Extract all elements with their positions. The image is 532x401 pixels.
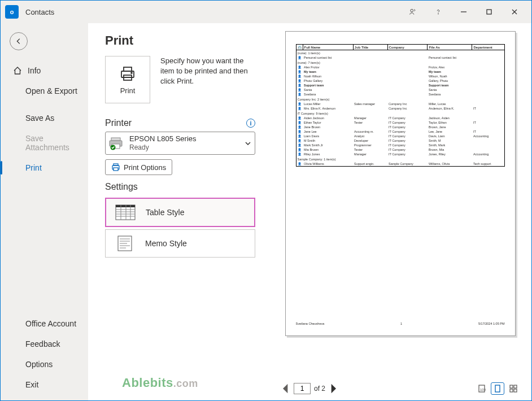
svg-rect-3 — [487, 10, 491, 14]
back-button[interactable] — [10, 32, 28, 50]
svg-rect-38 — [514, 389, 517, 392]
svg-rect-35 — [510, 385, 513, 388]
preview-body: (none): 1 item(s)👤Personal contact listP… — [296, 50, 504, 167]
settings-heading: Settings — [105, 182, 138, 192]
group-header: Sample Company: 1 item(s) — [296, 156, 504, 162]
svg-rect-34 — [495, 385, 500, 392]
memo-style-icon — [115, 236, 135, 251]
watermark-brand: Ablebits — [122, 376, 173, 390]
printer-icon — [119, 65, 137, 83]
preview-footer: Svetlana Cheusheva 1 5/17/2024 1:05 PM — [296, 320, 505, 325]
nav-save-as-label: Save As — [25, 114, 54, 123]
table-row: 👤Olivia WilliamsSupport engin.Sample Com… — [296, 162, 504, 167]
maximize-button[interactable] — [476, 3, 502, 20]
page-input[interactable] — [294, 383, 311, 394]
print-button[interactable]: Print — [105, 56, 150, 103]
outlook-icon: o — [5, 5, 19, 19]
preview-page: 📇 Full Name Job Title Company File As De… — [285, 31, 516, 336]
table-row: 👤Support teamSupport team — [296, 83, 504, 88]
style-table[interactable]: Table Style — [105, 198, 255, 227]
footer-left: Svetlana Cheusheva — [296, 322, 325, 325]
col-company: Company — [387, 45, 428, 50]
svg-point-9 — [131, 72, 132, 73]
table-row: 👤Liam DavisAnalystIT CompanyDavis, LiamA… — [296, 134, 504, 138]
print-description: Specify how you want the item to be prin… — [160, 56, 255, 103]
actual-size-button[interactable]: 100 — [475, 382, 489, 395]
nav-office-account[interactable]: Office Account — [1, 313, 88, 334]
svg-rect-37 — [510, 389, 513, 392]
table-style-icon — [115, 204, 136, 220]
nav-feedback-label: Feedback — [25, 339, 60, 348]
page-of-label: of 2 — [314, 385, 325, 393]
table-row: 👤My teamMy team — [296, 69, 504, 74]
table-row: 👤Jane BrownIT CompanyBrown, Jane — [296, 125, 504, 129]
prev-page-button[interactable] — [280, 383, 291, 394]
table-row: 👤Alex FrolovFrolov, Alex — [296, 65, 504, 69]
watermark-dot: .com — [173, 378, 198, 389]
svg-rect-6 — [124, 67, 132, 71]
svg-rect-15 — [114, 164, 118, 165]
nav-options[interactable]: Options — [1, 354, 88, 374]
footer-center: 1 — [400, 322, 402, 325]
close-button[interactable] — [502, 3, 527, 20]
group-header: (none): 1 item(s) — [296, 50, 504, 56]
table-row: 👤Jane LeeAccounting m.IT CompanyLee, Jan… — [296, 129, 504, 134]
svg-rect-10 — [111, 138, 120, 141]
nav-print[interactable]: Print — [1, 158, 88, 178]
print-options-button[interactable]: Print Options — [105, 159, 172, 175]
printer-dropdown[interactable]: EPSON L805 Series Ready — [105, 132, 255, 155]
col-full-name: Full Name — [303, 45, 353, 50]
footer-right: 5/17/2024 1:05 PM — [478, 322, 504, 325]
printer-status: Ready — [129, 143, 240, 152]
minimize-button[interactable] — [451, 3, 476, 20]
table-row: 👤M SmithDeveloperIT CompanySmith, M — [296, 138, 504, 143]
nav-open-export-label: Open & Export — [25, 86, 77, 95]
svg-point-1 — [438, 14, 438, 14]
table-row: 👤Photo GalleryGallery, Photo — [296, 79, 504, 83]
nav-open-export[interactable]: Open & Export — [1, 81, 88, 101]
printer-heading: Printer — [105, 118, 132, 128]
style-table-label: Table Style — [146, 208, 184, 217]
style-memo[interactable]: Memo Style — [105, 229, 255, 258]
nav-save-as[interactable]: Save As — [1, 108, 88, 128]
svg-point-0 — [410, 9, 413, 12]
print-preview-panel: 📇 Full Name Job Title Company File As De… — [269, 23, 531, 400]
titlebar: o Contacts — [1, 1, 531, 23]
table-row: 👤Mark Smith JrProgrammerIT CompanySmith,… — [296, 143, 504, 147]
svg-rect-18 — [116, 205, 135, 207]
col-file-as: File As — [428, 45, 472, 50]
next-page-button[interactable] — [328, 383, 339, 394]
printer-name: EPSON L805 Series — [129, 134, 240, 143]
app-title: Contacts — [25, 8, 54, 16]
table-row: 👤Noah WilsonWilson, Noah — [296, 74, 504, 79]
pager-bar: of 2 100 — [272, 379, 528, 398]
print-options-icon — [111, 163, 120, 172]
coming-soon-icon[interactable] — [400, 3, 425, 20]
nav-exit[interactable]: Exit — [1, 374, 88, 395]
group-header: (none): 7 item(s) — [296, 60, 504, 65]
table-row: 👤Aiden JacksonManagerIT CompanyJackson, … — [296, 116, 504, 120]
table-row: 👤SantaSanta — [296, 88, 504, 92]
info-icon[interactable]: i — [246, 119, 255, 128]
chevron-down-icon — [245, 140, 251, 147]
page-title: Print — [105, 33, 255, 48]
table-row: 👤Ethan TaylorTesterIT CompanyTaylor, Eth… — [296, 120, 504, 125]
help-button[interactable] — [425, 3, 451, 20]
multi-page-button[interactable] — [507, 382, 520, 395]
print-button-label: Print — [120, 86, 136, 95]
nav-print-label: Print — [25, 163, 42, 172]
print-settings-panel: Print Print Specify how you want the ite… — [88, 23, 269, 400]
one-page-button[interactable] — [491, 382, 504, 395]
nav-feedback[interactable]: Feedback — [1, 334, 88, 354]
nav-info-label: Info — [28, 66, 41, 75]
group-header: Company Inc: 2 item(s) — [296, 97, 504, 102]
svg-rect-36 — [514, 385, 517, 388]
nav-save-attachments-label: Save Attachments — [25, 134, 80, 152]
nav-options-label: Options — [25, 360, 53, 369]
nav-save-attachments: Save Attachments — [1, 128, 88, 158]
table-row: 👤Lucas MillerSales managerCompany IncMil… — [296, 102, 504, 106]
nav-info[interactable]: Info — [1, 60, 88, 81]
col-job-title: Job Title — [353, 45, 387, 50]
app-window: o Contacts Info Open & Ex — [0, 0, 532, 401]
nav-exit-label: Exit — [25, 380, 38, 389]
